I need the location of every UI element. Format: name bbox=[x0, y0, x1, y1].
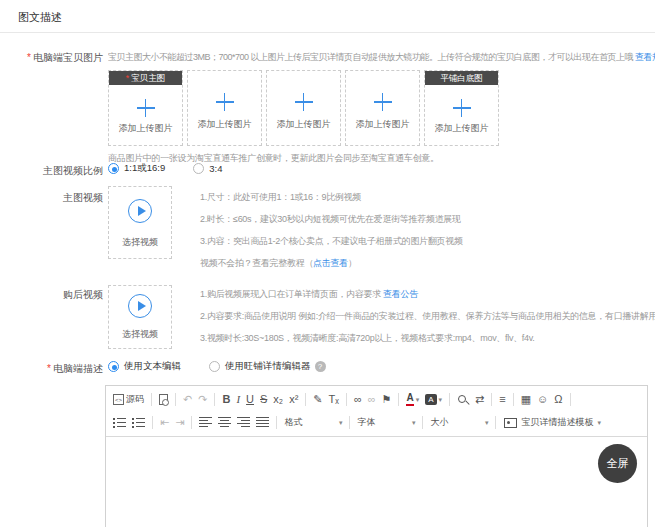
separator bbox=[214, 393, 215, 406]
source-code-icon: <> bbox=[113, 394, 124, 405]
align-center-icon bbox=[218, 417, 231, 428]
help-icon[interactable]: ? bbox=[315, 361, 326, 372]
undo-button[interactable]: ↶ bbox=[183, 394, 192, 405]
indent-button[interactable]: ⇥ bbox=[175, 417, 184, 428]
tip-line: 1.尺寸：此处可使用1：1或16：9比例视频 bbox=[200, 186, 463, 208]
select-main-video-box[interactable]: 选择视频 bbox=[108, 186, 172, 259]
search-icon bbox=[457, 394, 469, 406]
add-image-icon bbox=[137, 99, 155, 117]
product-images-description: 宝贝主图大小不能超过3MB；700*700 以上图片上传后宝贝详情页自动提供放大… bbox=[108, 51, 655, 64]
bold-button[interactable]: B bbox=[222, 394, 230, 405]
upload-image-box-3[interactable]: 添加上传图片 bbox=[266, 70, 341, 146]
ordered-list-button[interactable] bbox=[113, 417, 126, 428]
main-image-tag: *宝贝主图 bbox=[109, 71, 182, 85]
separator bbox=[152, 416, 153, 429]
separator bbox=[491, 393, 492, 406]
unlink-button[interactable]: ∞ bbox=[368, 394, 376, 405]
main-video-label: 主图视频 bbox=[0, 191, 103, 205]
align-justify-button[interactable] bbox=[256, 417, 269, 428]
source-code-button[interactable]: <> 源码 bbox=[113, 393, 144, 406]
separator bbox=[346, 393, 347, 406]
tip-line: 视频不会拍？查看完整教程（点击查看） bbox=[200, 252, 463, 274]
separator bbox=[349, 416, 350, 429]
tip-line: 2.时长：≤60s，建议30秒以内短视频可优先在爱逛街等推荐频道展现 bbox=[200, 208, 463, 230]
ratio-radio-3-4[interactable] bbox=[193, 163, 204, 174]
post-video-label: 购后视频 bbox=[0, 288, 103, 302]
tip-line: 1.购后视频展现入口在订单详情页面，内容要求 查看公告 bbox=[200, 283, 655, 305]
upload-white-bg-image-box[interactable]: 平铺白底图 添加上传图片 bbox=[424, 70, 499, 146]
italic-button[interactable]: I bbox=[236, 394, 240, 405]
link-button[interactable]: ∞ bbox=[354, 394, 362, 405]
add-image-icon bbox=[295, 93, 313, 111]
fullscreen-button[interactable]: 全屏 bbox=[598, 444, 637, 483]
view-spec-link[interactable]: 查看规范 bbox=[635, 52, 655, 62]
play-icon bbox=[128, 199, 152, 223]
main-video-tips: 1.尺寸：此处可使用1：1或16：9比例视频 2.时长：≤60s，建议30秒以内… bbox=[200, 186, 463, 274]
special-char-button[interactable]: Ω bbox=[554, 394, 562, 405]
align-left-button[interactable] bbox=[199, 417, 212, 428]
video-ratio-label: 主图视频比例 bbox=[0, 164, 103, 178]
toolbar-row-2: ⇤ ⇥ 格式▾ 字体▾ 大小▾ bbox=[110, 411, 643, 434]
emoji-button[interactable]: ☺ bbox=[537, 394, 548, 405]
align-right-button[interactable] bbox=[237, 417, 250, 428]
text-color-icon: A bbox=[406, 393, 413, 406]
size-dropdown[interactable]: 大小▾ bbox=[430, 416, 488, 429]
preview-button[interactable] bbox=[159, 394, 168, 405]
announcement-link[interactable]: 查看公告 bbox=[383, 289, 418, 299]
separator bbox=[276, 416, 277, 429]
upload-image-box-4[interactable]: 添加上传图片 bbox=[345, 70, 420, 146]
align-center-button[interactable] bbox=[218, 417, 231, 428]
align-justify-icon bbox=[256, 417, 269, 428]
separator bbox=[513, 393, 514, 406]
separator bbox=[305, 393, 306, 406]
underline-button[interactable]: U bbox=[246, 394, 254, 405]
redo-button[interactable]: ↷ bbox=[198, 394, 207, 405]
white-bg-image-tag: 平铺白底图 bbox=[425, 71, 498, 85]
table-button[interactable]: ▦ bbox=[521, 394, 531, 405]
tip-line: 2.内容要求:商品使用说明 例如:介绍一件商品的安装过程、使用教程、保养方法等与… bbox=[200, 305, 655, 327]
select-post-video-box[interactable]: 选择视频 bbox=[108, 285, 172, 349]
tutorial-link[interactable]: 点击查看 bbox=[313, 258, 348, 268]
superscript-button[interactable]: x² bbox=[289, 394, 298, 405]
subscript-button[interactable]: x₂ bbox=[273, 394, 283, 405]
divider bbox=[0, 32, 655, 33]
add-image-icon bbox=[453, 99, 471, 117]
line-height-button[interactable]: ≡ bbox=[499, 394, 505, 405]
toolbar-row-1: <> 源码 ↶ ↷ B I U S x₂ x² ✎ Tₓ ∞ bbox=[110, 388, 643, 411]
format-painter-button[interactable]: ✎ bbox=[313, 394, 322, 405]
outdent-button[interactable]: ⇤ bbox=[160, 417, 169, 428]
description-template-button[interactable]: 宝贝详情描述模板▾ bbox=[504, 416, 601, 429]
text-editor-radio[interactable] bbox=[108, 361, 119, 372]
align-right-icon bbox=[237, 417, 250, 428]
preview-icon bbox=[159, 394, 168, 405]
upload-main-image-box[interactable]: *宝贝主图 添加上传图片 bbox=[108, 70, 183, 146]
text-color-button[interactable]: A ▾ bbox=[406, 393, 419, 406]
anchor-button[interactable]: ⚑ bbox=[382, 394, 392, 405]
font-dropdown[interactable]: 字体▾ bbox=[357, 416, 415, 429]
description-editor: <> 源码 ↶ ↷ B I U S x₂ x² ✎ Tₓ ∞ bbox=[105, 385, 648, 527]
add-image-icon bbox=[216, 93, 234, 111]
section-title: 图文描述 bbox=[18, 10, 62, 25]
upload-image-box-2[interactable]: 添加上传图片 bbox=[187, 70, 262, 146]
format-dropdown[interactable]: 格式▾ bbox=[284, 416, 342, 429]
separator bbox=[422, 416, 423, 429]
remove-format-button[interactable]: Tₓ bbox=[329, 394, 339, 405]
post-video-tips: 1.购后视频展现入口在订单详情页面，内容要求 查看公告 2.内容要求:商品使用说… bbox=[200, 283, 655, 349]
separator bbox=[570, 393, 571, 406]
replace-button[interactable]: ⇄ bbox=[475, 394, 484, 405]
bullet-list-icon bbox=[132, 417, 145, 428]
description-editor-content[interactable]: 全屏 bbox=[106, 437, 647, 527]
required-mark: * bbox=[27, 52, 31, 63]
find-button[interactable] bbox=[457, 394, 469, 406]
pc-description-label: *电脑端描述 bbox=[0, 362, 103, 376]
add-image-icon bbox=[374, 93, 392, 111]
separator bbox=[398, 393, 399, 406]
tip-line: 3.视频时长:30S~180S，视频清晰度:高清720p以上，视频格式要求:mp… bbox=[200, 327, 655, 349]
align-left-icon bbox=[199, 417, 212, 428]
bullet-list-button[interactable] bbox=[132, 417, 145, 428]
ratio-radio-1-1-or-16-9[interactable] bbox=[108, 163, 119, 174]
strikethrough-button[interactable]: S bbox=[260, 394, 267, 405]
wangpu-editor-radio[interactable] bbox=[209, 361, 220, 372]
separator bbox=[191, 416, 192, 429]
background-color-button[interactable]: A ▾ bbox=[425, 394, 442, 405]
